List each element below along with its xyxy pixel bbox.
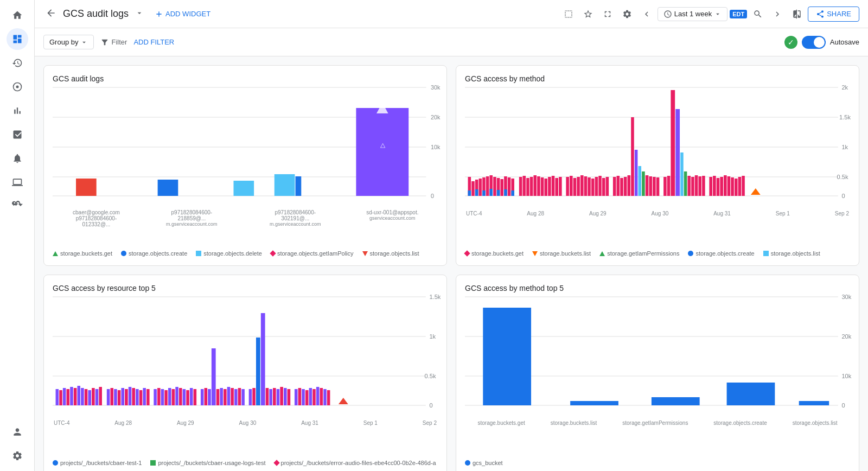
sidebar-history[interactable] [7, 52, 28, 74]
svg-rect-78 [635, 150, 638, 196]
svg-rect-133 [125, 389, 128, 405]
sidebar-alerts[interactable] [7, 148, 28, 169]
svg-rect-165 [252, 388, 256, 405]
svg-rect-137 [139, 390, 143, 405]
saved-check-icon: ✓ [784, 36, 797, 49]
back-button[interactable] [43, 5, 59, 22]
sidebar-settings[interactable] [7, 445, 28, 467]
svg-rect-173 [284, 388, 287, 405]
svg-rect-13 [275, 174, 295, 196]
filter-button[interactable]: Filter [100, 38, 127, 47]
sidebar-home[interactable] [7, 4, 28, 26]
fullscreen-icon[interactable] [599, 5, 616, 23]
svg-rect-121 [77, 386, 80, 405]
star-icon[interactable] [579, 5, 597, 23]
page-title: GCS audit logs [63, 8, 129, 20]
svg-rect-153 [205, 388, 208, 405]
svg-text:0: 0 [841, 403, 845, 409]
svg-rect-138 [143, 388, 146, 405]
search-icon[interactable] [749, 5, 767, 23]
svg-text:0: 0 [429, 403, 432, 409]
chart-area-audit-logs: 30k 20k 10k 0 [53, 87, 438, 257]
svg-rect-37 [500, 179, 503, 196]
dashboard: GCS audit logs 30k 20k 10k 0 [35, 56, 868, 471]
svg-rect-102 [731, 177, 734, 196]
svg-rect-117 [63, 388, 66, 405]
svg-rect-160 [231, 388, 234, 405]
svg-rect-52 [533, 175, 537, 196]
add-filter-button[interactable]: ADD FILTER [133, 38, 174, 46]
legend-method-top5: gcs_bucket [465, 460, 850, 466]
next-icon[interactable] [769, 5, 786, 23]
svg-text:1.5k: 1.5k [839, 114, 851, 120]
svg-rect-131 [118, 390, 121, 405]
sidebar-trace[interactable] [7, 76, 28, 98]
svg-rect-57 [552, 176, 555, 196]
settings-icon[interactable] [618, 5, 636, 23]
sidebar-user[interactable] [7, 421, 28, 443]
svg-rect-145 [172, 389, 175, 405]
sidebar-dashboard[interactable] [7, 28, 28, 50]
group-by-button[interactable]: Group by [43, 35, 94, 49]
svg-rect-61 [570, 176, 573, 196]
share-button[interactable]: SHARE [808, 7, 859, 22]
svg-rect-161 [234, 389, 238, 405]
svg-rect-68 [595, 177, 598, 196]
svg-rect-144 [168, 388, 171, 405]
svg-text:0: 0 [841, 193, 845, 199]
svg-rect-76 [628, 175, 631, 196]
chart-area-access-method: 2k 1.5k 1k 0.5k 0 [465, 87, 850, 257]
sidebar-monitor[interactable] [7, 171, 28, 193]
svg-rect-167 [261, 313, 265, 405]
widget-title-method-top5: GCS access by method top 5 [465, 284, 850, 292]
time-range-button[interactable]: Last 1 week [658, 7, 727, 21]
svg-rect-100 [724, 175, 727, 196]
widget-title-resource-top5: GCS access by resource top 5 [53, 284, 438, 292]
compare-icon[interactable] [788, 5, 806, 23]
svg-rect-75 [624, 177, 627, 196]
prev-icon[interactable] [638, 5, 655, 23]
svg-text:2k: 2k [841, 85, 848, 91]
layout-icon[interactable] [560, 5, 577, 23]
filterbar: Group by Filter ADD FILTER ✓ Autosave [35, 28, 868, 56]
svg-rect-116 [59, 390, 62, 405]
svg-rect-63 [577, 177, 580, 196]
svg-rect-159 [227, 387, 231, 405]
chart-area-resource-top5: 1.5k 1k 0.5k 0 [53, 297, 438, 466]
svg-rect-47 [511, 190, 514, 196]
svg-rect-90 [684, 171, 687, 196]
svg-rect-146 [175, 387, 178, 405]
topbar: GCS audit logs ADD WIDGET [35, 0, 868, 28]
svg-rect-53 [537, 176, 540, 196]
svg-rect-50 [526, 178, 529, 196]
chart-area-method-top5: 30k 20k 10k 0 [465, 297, 850, 466]
svg-rect-194 [483, 308, 531, 405]
sidebar-slo[interactable] [7, 195, 28, 217]
svg-rect-122 [81, 388, 84, 405]
svg-rect-99 [720, 177, 723, 196]
title-chevron[interactable] [135, 9, 144, 19]
svg-rect-66 [588, 177, 591, 196]
widget-title-audit-logs: GCS audit logs [53, 74, 438, 83]
add-widget-button[interactable]: ADD WIDGET [148, 7, 217, 22]
svg-rect-83 [653, 177, 656, 196]
svg-rect-58 [555, 178, 558, 196]
svg-rect-197 [727, 383, 775, 405]
svg-rect-74 [620, 178, 623, 196]
svg-rect-91 [687, 176, 691, 196]
timezone-badge: EDT [730, 10, 747, 18]
svg-rect-88 [675, 109, 680, 196]
sidebar-logging[interactable] [7, 124, 28, 145]
svg-rect-103 [735, 179, 738, 196]
svg-rect-92 [691, 177, 694, 196]
svg-rect-139 [146, 389, 150, 405]
svg-text:0: 0 [431, 193, 434, 199]
svg-rect-65 [584, 176, 588, 196]
svg-rect-105 [742, 176, 745, 196]
autosave-toggle[interactable] [802, 36, 826, 49]
svg-rect-152 [201, 389, 204, 405]
svg-rect-104 [738, 177, 742, 196]
svg-rect-73 [617, 176, 620, 196]
sidebar-metrics[interactable] [7, 100, 28, 122]
svg-rect-64 [580, 175, 584, 196]
